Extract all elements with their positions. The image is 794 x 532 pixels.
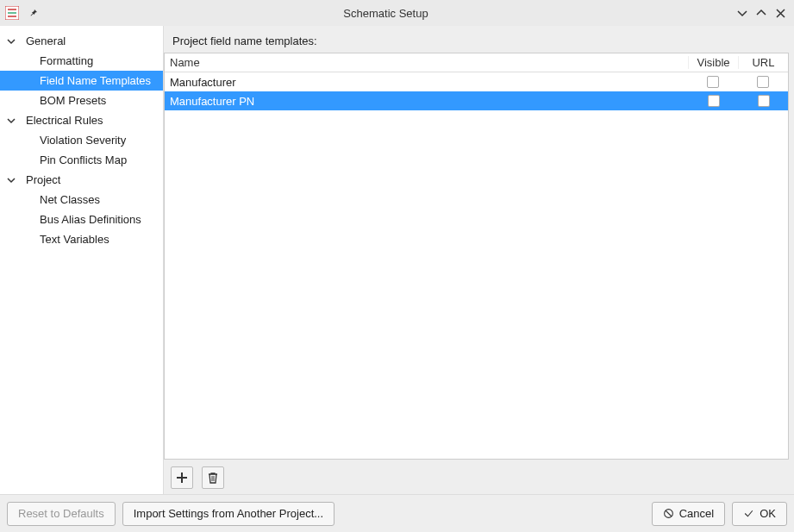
column-header-name[interactable]: Name bbox=[165, 56, 688, 69]
table-header: Name Visible URL bbox=[165, 53, 788, 72]
maximize-icon[interactable] bbox=[753, 4, 770, 22]
button-label: Cancel bbox=[679, 507, 714, 520]
sidebar-item-bom-presets[interactable]: BOM Presets bbox=[0, 91, 163, 110]
cell-url[interactable] bbox=[738, 76, 788, 88]
table-actions bbox=[164, 460, 794, 494]
delete-row-button[interactable] bbox=[202, 466, 224, 489]
sidebar-group-label: General bbox=[26, 34, 66, 47]
button-label: Import Settings from Another Project... bbox=[134, 507, 323, 520]
cell-name[interactable]: Manufacturer PN bbox=[165, 95, 688, 108]
sidebar-item-field-name-templates[interactable]: Field Name Templates bbox=[0, 71, 163, 91]
sidebar-item-label: Pin Conflicts Map bbox=[40, 153, 127, 166]
cell-visible[interactable] bbox=[688, 95, 738, 107]
section-label: Project field name templates: bbox=[164, 26, 794, 53]
cell-visible[interactable] bbox=[688, 76, 738, 88]
button-label: OK bbox=[760, 507, 776, 520]
sidebar-group-label: Electrical Rules bbox=[26, 114, 103, 127]
import-settings-button[interactable]: Import Settings from Another Project... bbox=[122, 502, 334, 526]
cell-name[interactable]: Manufacturer bbox=[165, 76, 688, 89]
svg-line-5 bbox=[666, 510, 672, 516]
ok-button[interactable]: OK bbox=[732, 502, 787, 526]
sidebar-item-label: Formatting bbox=[40, 54, 93, 67]
chevron-down-icon bbox=[5, 115, 17, 127]
template-table: Name Visible URL Manufacturer Manufactur… bbox=[164, 53, 789, 460]
titlebar: Schematic Setup bbox=[0, 0, 794, 26]
main-pane: Project field name templates: Name Visib… bbox=[164, 26, 794, 494]
sidebar-item-bus-alias-definitions[interactable]: Bus Alias Definitions bbox=[0, 210, 163, 229]
sidebar-group-electrical-rules[interactable]: Electrical Rules bbox=[0, 110, 163, 130]
sidebar-item-label: Field Name Templates bbox=[40, 74, 151, 87]
chevron-down-icon bbox=[5, 174, 17, 186]
sidebar-group-project[interactable]: Project bbox=[0, 170, 163, 190]
sidebar-item-net-classes[interactable]: Net Classes bbox=[0, 190, 163, 210]
sidebar-item-label: Net Classes bbox=[40, 193, 100, 206]
sidebar-group-label: Project bbox=[26, 173, 60, 186]
sidebar-item-pin-conflicts-map[interactable]: Pin Conflicts Map bbox=[0, 150, 163, 170]
check-icon bbox=[743, 508, 754, 519]
sidebar-item-text-variables[interactable]: Text Variables bbox=[0, 229, 163, 249]
table-row[interactable]: Manufacturer PN bbox=[165, 91, 788, 110]
window-title: Schematic Setup bbox=[40, 7, 732, 20]
checkbox[interactable] bbox=[707, 76, 719, 88]
sidebar: General Formatting Field Name Templates … bbox=[0, 26, 164, 494]
column-header-visible[interactable]: Visible bbox=[688, 56, 738, 69]
reset-defaults-button[interactable]: Reset to Defaults bbox=[7, 502, 116, 526]
sidebar-item-formatting[interactable]: Formatting bbox=[0, 51, 163, 71]
table-body: Manufacturer Manufacturer PN bbox=[165, 72, 788, 459]
body: General Formatting Field Name Templates … bbox=[0, 26, 794, 494]
close-icon[interactable] bbox=[772, 4, 789, 22]
sidebar-item-label: Text Variables bbox=[40, 233, 109, 246]
sidebar-item-label: Violation Severity bbox=[40, 134, 126, 147]
plus-icon bbox=[176, 472, 188, 484]
checkbox[interactable] bbox=[757, 76, 769, 88]
trash-icon bbox=[207, 472, 219, 484]
sidebar-item-violation-severity[interactable]: Violation Severity bbox=[0, 130, 163, 150]
table-row[interactable]: Manufacturer bbox=[165, 72, 788, 91]
add-row-button[interactable] bbox=[171, 466, 193, 489]
cancel-icon bbox=[663, 508, 674, 519]
sidebar-item-label: BOM Presets bbox=[40, 94, 106, 107]
chevron-down-icon bbox=[5, 35, 17, 47]
bottom-bar: Reset to Defaults Import Settings from A… bbox=[0, 494, 794, 532]
sidebar-item-label: Bus Alias Definitions bbox=[40, 213, 141, 226]
checkbox[interactable] bbox=[758, 95, 770, 107]
button-label: Reset to Defaults bbox=[18, 507, 104, 520]
checkbox[interactable] bbox=[708, 95, 720, 107]
sidebar-group-general[interactable]: General bbox=[0, 31, 163, 51]
pin-icon[interactable] bbox=[28, 7, 40, 19]
column-header-url[interactable]: URL bbox=[738, 56, 788, 69]
cell-url[interactable] bbox=[738, 95, 788, 107]
app-icon bbox=[5, 6, 19, 20]
cancel-button[interactable]: Cancel bbox=[652, 502, 725, 526]
minimize-icon[interactable] bbox=[734, 4, 751, 22]
window: Schematic Setup General Formatting Fiel bbox=[0, 0, 794, 532]
